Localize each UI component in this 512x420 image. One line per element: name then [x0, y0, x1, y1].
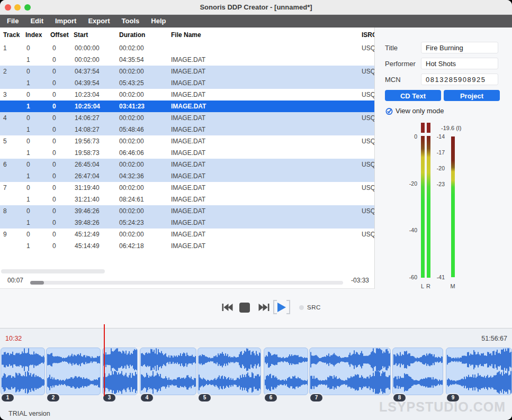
menu-item-import[interactable]: Import — [49, 15, 82, 28]
cell-duration: 04:35:54 — [119, 54, 144, 66]
cell-file: IMAGE.DAT — [171, 205, 205, 217]
cell-isrc: USQ — [362, 112, 374, 124]
cell-offset: 0 — [52, 229, 56, 240]
waveform-track-2[interactable]: 2 — [46, 348, 101, 395]
menu-item-tools[interactable]: Tools — [116, 15, 146, 28]
stop-button[interactable] — [239, 303, 250, 313]
seek-slider[interactable] — [30, 281, 343, 285]
cell-start: 39:46:26 — [75, 205, 100, 217]
column-header-duration[interactable]: Duration — [119, 31, 145, 39]
level-meter-right — [427, 136, 430, 278]
column-header-track[interactable]: Track — [3, 31, 20, 39]
next-track-button[interactable] — [258, 303, 270, 314]
cell-start: 00:00:00 — [75, 42, 100, 54]
cell-index: 1 — [26, 240, 30, 252]
close-window-button[interactable] — [5, 4, 11, 11]
table-row[interactable]: 60026:45:0400:02:00IMAGE.DATUSQ — [0, 159, 374, 170]
src-indicator-icon — [299, 305, 304, 310]
cell-file: IMAGE.DAT — [171, 182, 205, 194]
cell-file: IMAGE.DAT — [171, 101, 206, 112]
column-header-offset[interactable]: Offset — [50, 31, 69, 39]
cell-duration: 05:48:46 — [119, 124, 144, 135]
waveform-track-1[interactable]: 1 — [1, 348, 45, 395]
previous-track-button[interactable] — [222, 303, 233, 314]
clip-indicator-right — [427, 123, 430, 133]
minimize-window-button[interactable] — [14, 4, 21, 11]
cell-track: 6 — [3, 159, 7, 170]
menu-item-help[interactable]: Help — [145, 15, 172, 28]
table-row[interactable]: 30010:23:0400:02:00IMAGE.DATUSQ — [0, 89, 374, 101]
zoom-window-button[interactable] — [24, 4, 31, 11]
meter-tick: -17 — [429, 149, 445, 156]
column-header-isrc[interactable]: ISRC — [362, 31, 374, 39]
cell-start: 31:21:40 — [75, 194, 100, 205]
cell-index: 1 — [26, 170, 30, 182]
table-row[interactable]: 1039:48:2605:24:23IMAGE.DAT — [0, 217, 374, 229]
cell-start: 14:06:27 — [75, 112, 100, 124]
view-only-checkbox[interactable] — [385, 107, 393, 115]
cd-text-button[interactable]: CD Text — [385, 90, 441, 101]
cell-file: IMAGE.DAT — [171, 170, 205, 182]
cell-duration: 08:24:61 — [119, 194, 144, 205]
waveform-track-6[interactable]: 6 — [264, 348, 308, 395]
cell-index: 0 — [26, 89, 30, 101]
waveform-track-4[interactable]: 4 — [140, 348, 196, 395]
column-header-index[interactable]: Index — [25, 31, 42, 39]
cell-duration: 00:02:00 — [119, 182, 144, 194]
clip-indicator-left — [421, 123, 425, 133]
table-row[interactable]: 70031:19:4000:02:00IMAGE.DATUSQ — [0, 182, 374, 194]
column-header-start[interactable]: Start — [74, 31, 88, 39]
track-table-body: 10000:00:0000:02:00USQ1000:02:0004:35:54… — [0, 42, 374, 252]
cell-file: IMAGE.DAT — [171, 217, 205, 229]
cell-index: 1 — [26, 194, 30, 205]
track-number-badge: 2 — [47, 394, 59, 401]
menu-item-edit[interactable]: Edit — [24, 15, 49, 28]
mcn-field[interactable] — [421, 74, 498, 85]
table-row[interactable]: 80039:46:2600:02:00IMAGE.DATUSQ — [0, 205, 374, 217]
cell-start: 26:47:04 — [75, 170, 100, 182]
waveform-track-3[interactable]: 3 — [102, 348, 138, 395]
cell-index: 0 — [26, 205, 30, 217]
menu-bar: FileEditImportExportToolsHelp — [0, 15, 512, 28]
table-row[interactable]: 20004:37:5400:02:00IMAGE.DATUSQ — [0, 66, 374, 77]
track-number-badge: 4 — [141, 394, 153, 401]
cell-index: 0 — [26, 159, 30, 170]
waveform-track-5[interactable]: 5 — [197, 348, 261, 395]
seek-slider-thumb[interactable] — [30, 281, 44, 285]
column-header-file-name[interactable]: File Name — [171, 31, 201, 39]
menu-item-export[interactable]: Export — [82, 15, 115, 28]
cell-track: 3 — [3, 89, 7, 101]
menu-item-file[interactable]: File — [1, 15, 24, 28]
performer-field[interactable] — [421, 58, 498, 69]
play-button[interactable] — [277, 303, 286, 314]
table-row[interactable]: 1045:14:4906:42:18IMAGE.DAT — [0, 240, 374, 252]
playhead-cursor[interactable] — [104, 324, 105, 396]
waveform-track-8[interactable]: 8 — [392, 348, 443, 395]
horizontal-scrollbar[interactable] — [1, 269, 105, 273]
table-row[interactable]: 50019:56:7300:02:00IMAGE.DATUSQ — [0, 135, 374, 147]
cell-offset: 0 — [52, 147, 56, 159]
table-row[interactable]: 1014:08:2705:48:46IMAGE.DAT — [0, 124, 374, 135]
table-row[interactable]: 1019:58:7306:46:06IMAGE.DAT — [0, 147, 374, 159]
project-button[interactable]: Project — [444, 90, 500, 101]
table-row[interactable]: 1004:39:5405:43:25IMAGE.DAT — [0, 77, 374, 89]
meter-tick: -20 — [401, 180, 417, 187]
table-row[interactable]: 1031:21:4008:24:61IMAGE.DAT — [0, 194, 374, 205]
title-field[interactable] — [421, 42, 498, 53]
table-row[interactable]: 1000:02:0004:35:54IMAGE.DAT — [0, 54, 374, 66]
cell-start: 04:37:54 — [75, 66, 100, 77]
waveform-track-9[interactable]: 9 — [446, 348, 512, 395]
cell-file: IMAGE.DAT — [171, 124, 205, 135]
table-row[interactable]: 1026:47:0404:32:36IMAGE.DAT — [0, 170, 374, 182]
cell-start: 10:23:04 — [75, 89, 100, 101]
table-row[interactable]: 1010:25:0403:41:23IMAGE.DAT — [0, 101, 374, 112]
cell-start: 10:25:04 — [75, 101, 100, 112]
cell-offset: 0 — [52, 194, 56, 205]
cell-index: 1 — [26, 217, 30, 229]
table-row[interactable]: 40014:06:2700:02:00IMAGE.DATUSQ — [0, 112, 374, 124]
table-row[interactable]: 90045:12:4900:02:00IMAGE.DATUSQ — [0, 229, 374, 240]
waveform-track-7[interactable]: 7 — [309, 348, 391, 395]
cell-file: IMAGE.DAT — [171, 194, 205, 205]
table-row[interactable]: 10000:00:0000:02:00USQ — [0, 42, 374, 54]
cell-offset: 0 — [52, 89, 56, 101]
